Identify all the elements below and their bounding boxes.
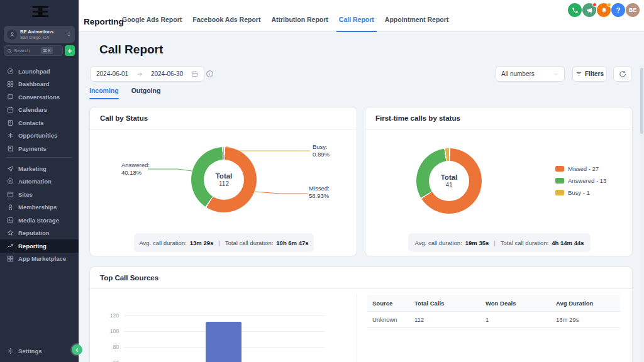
info-button[interactable] xyxy=(206,70,214,78)
sidebar-item-label: App Marketplace xyxy=(18,255,66,262)
tab-call-report[interactable]: Call Report xyxy=(339,16,374,32)
legend-label: Answered - 13 xyxy=(568,177,606,184)
avatar-initials: BE xyxy=(629,7,636,13)
donut-total-label: Total xyxy=(216,172,233,180)
date-from[interactable]: 2024-06-01 xyxy=(96,70,128,77)
numbers-filter-select[interactable]: All numbers xyxy=(496,66,565,82)
date-to[interactable]: 2024-06-30 xyxy=(151,70,183,77)
sidebar-item-opportunities[interactable]: Opportunities xyxy=(0,129,79,143)
donut-total-value: 41 xyxy=(445,182,452,189)
report-tabs: Google Ads Report Facebook Ads Report At… xyxy=(122,0,448,32)
launchpad-icon xyxy=(7,68,14,75)
scrollbar[interactable] xyxy=(640,64,644,362)
sidebar-item-label: Dashboard xyxy=(18,80,50,87)
app-marketplace-icon xyxy=(7,255,14,262)
account-name: BE Animations xyxy=(20,29,63,35)
donut-center: Total 41 xyxy=(429,161,469,201)
quick-add-button[interactable] xyxy=(65,45,75,56)
notification-dot xyxy=(592,3,597,7)
answered-callout: Answered: 40.18% xyxy=(121,162,150,176)
legend-item-answered[interactable]: Answered - 13 xyxy=(555,177,606,184)
sidebar-item-marketing[interactable]: Marketing xyxy=(0,162,79,175)
chevron-updown-icon xyxy=(66,30,72,38)
sidebar-item-conversations[interactable]: Conversations xyxy=(0,90,79,104)
table-row[interactable]: Unknown 112 1 13m 29s xyxy=(367,312,620,328)
sidebar-item-reporting[interactable]: Reporting xyxy=(0,239,79,253)
search-input[interactable] xyxy=(14,48,39,53)
filters-button[interactable]: Filters xyxy=(572,66,607,82)
sidebar-item-settings[interactable]: Settings xyxy=(0,344,79,358)
col-total-calls: Total Calls xyxy=(409,300,480,307)
legend-label: Missed - 27 xyxy=(568,165,599,172)
notifications-button[interactable] xyxy=(597,3,611,17)
calendars-icon xyxy=(7,106,14,113)
sidebar-divider xyxy=(6,157,72,158)
tab-incoming[interactable]: Incoming xyxy=(89,87,119,99)
reporting-icon xyxy=(7,243,14,250)
call-sources-table: Source Total Calls Won Deals Avg Duratio… xyxy=(367,295,620,328)
search-box[interactable]: ⌘ K xyxy=(4,45,63,56)
account-avatar-icon xyxy=(7,30,17,40)
sidebar-item-reputation[interactable]: Reputation xyxy=(0,227,79,240)
tab-facebook-ads-report[interactable]: Facebook Ads Report xyxy=(192,16,260,32)
plus-icon xyxy=(67,48,73,54)
call-by-status-card: Call by Status Total 112 Answered: 40.18… xyxy=(89,107,357,256)
automation-icon xyxy=(7,178,14,185)
tab-appointment-report[interactable]: Appointment Report xyxy=(385,16,449,32)
filters-label: Filters xyxy=(585,70,604,77)
account-switcher[interactable]: BE Animations San Diego, CA xyxy=(4,26,75,43)
legend-item-busy[interactable]: Busy - 1 xyxy=(555,189,606,196)
scrollbar-thumb[interactable] xyxy=(640,68,643,134)
brand-logo: ƎE xyxy=(0,4,79,21)
tab-google-ads-report[interactable]: Google Ads Report xyxy=(122,16,182,32)
y-axis-tick: 80 xyxy=(101,344,119,350)
announcements-button[interactable] xyxy=(582,3,596,17)
date-range-picker[interactable]: 2024-06-01 2024-06-30 xyxy=(90,66,204,82)
y-axis-tick: 60 xyxy=(101,359,119,362)
main-content: Call Report 2024-06-01 2024-06-30 All nu… xyxy=(79,32,644,362)
sidebar-item-launchpad[interactable]: Launchpad xyxy=(0,65,79,78)
direction-tabs: Incoming Outgoing xyxy=(89,87,160,99)
sidebar-item-payments[interactable]: Payments xyxy=(0,142,79,155)
settings-icon xyxy=(7,348,14,354)
cell-avg-duration: 13m 29s xyxy=(551,316,620,323)
opportunities-icon xyxy=(7,132,14,139)
card-title: Call by Status xyxy=(90,107,357,129)
account-location: San Diego, CA xyxy=(20,35,63,40)
help-button[interactable]: ? xyxy=(611,3,625,17)
bell-icon xyxy=(601,7,608,14)
media-storage-icon xyxy=(7,217,14,224)
sidebar-collapse-button[interactable] xyxy=(72,344,82,355)
sidebar-item-label: Contacts xyxy=(18,119,44,126)
info-icon xyxy=(206,70,214,78)
top-call-sources-card: Top Call Sources 120 100 80 60 Source To… xyxy=(89,266,633,362)
sidebar-item-contacts[interactable]: Contacts xyxy=(0,116,79,129)
dashboard-icon xyxy=(7,80,14,87)
sidebar-item-label: Launchpad xyxy=(18,68,50,75)
sidebar-item-calendars[interactable]: Calendars xyxy=(0,104,79,117)
call-sources-bar[interactable] xyxy=(206,322,242,362)
cell-total-calls: 112 xyxy=(409,316,480,323)
tab-attribution-report[interactable]: Attribution Report xyxy=(271,16,328,32)
call-status-donut[interactable]: Total 112 xyxy=(191,147,257,212)
sidebar-item-automation[interactable]: Automation xyxy=(0,175,79,189)
user-avatar[interactable]: BE xyxy=(626,3,640,17)
duration-stats: Avg. call duration:19m 35s | Total call … xyxy=(408,233,591,252)
missed-callout: Missed: 58.93% xyxy=(309,185,330,199)
gridline xyxy=(124,315,325,316)
phone-button[interactable] xyxy=(568,3,582,17)
memberships-icon xyxy=(7,204,14,211)
first-time-donut[interactable]: Total 41 xyxy=(416,148,482,214)
sidebar-item-sites[interactable]: Sites xyxy=(0,188,79,201)
tab-outgoing[interactable]: Outgoing xyxy=(131,87,161,99)
sidebar-nav-secondary: Marketing Automation Sites Memberships M… xyxy=(0,162,79,265)
refresh-button[interactable] xyxy=(613,66,632,82)
donut-legend: Missed - 27 Answered - 13 Busy - 1 xyxy=(555,165,606,196)
sidebar-item-memberships[interactable]: Memberships xyxy=(0,201,79,214)
sidebar-item-dashboard[interactable]: Dashboard xyxy=(0,78,79,91)
sidebar-item-media-storage[interactable]: Media Storage xyxy=(0,214,79,227)
legend-item-missed[interactable]: Missed - 27 xyxy=(555,165,606,172)
sidebar: ƎE BE Animations San Diego, CA ⌘ K Launc… xyxy=(0,0,79,362)
sidebar-item-app-marketplace[interactable]: App Marketplace xyxy=(0,253,79,266)
donut-total-value: 112 xyxy=(219,180,229,187)
